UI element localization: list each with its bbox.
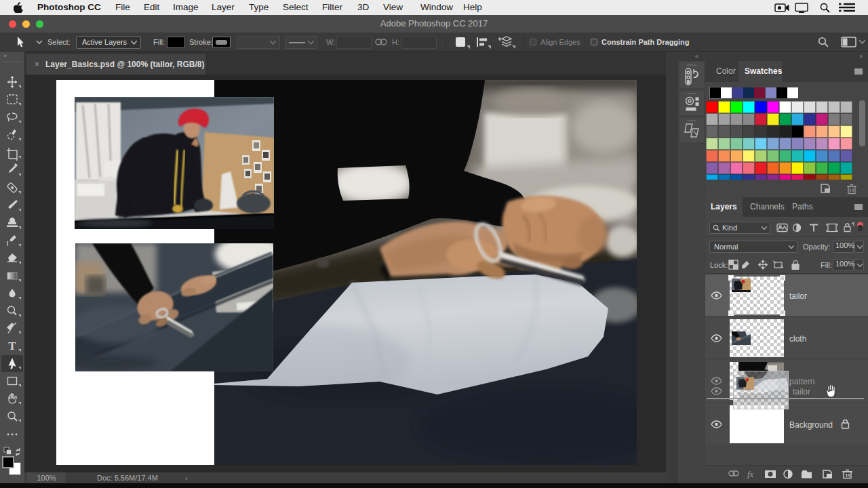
svg-text:T: T xyxy=(8,340,16,352)
svg-text:fx: fx xyxy=(747,469,754,479)
